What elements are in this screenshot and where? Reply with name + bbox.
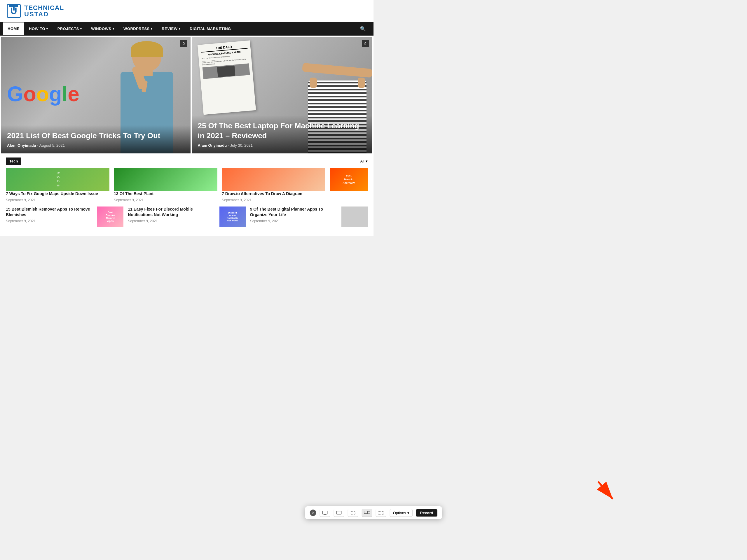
logo-text: TECHNICAL USTAD — [24, 5, 64, 18]
article-date-1: September 9, 2021 — [6, 198, 109, 202]
article-date-5: September 9, 2021 — [6, 219, 94, 223]
nav-digital-marketing[interactable]: DIGITAL MARKETING — [185, 23, 236, 35]
comment-badge-right: 9 — [362, 40, 369, 47]
hero-date-right: July 30, 2021 — [230, 143, 253, 148]
hero-card-right[interactable]: 9 THE DAILY MACHINE LEARNING LAPTOP BEST… — [192, 37, 372, 153]
all-chevron: ▾ — [366, 159, 368, 163]
hero-author-right: Afam Onyimadu — [198, 143, 227, 148]
nav-howto[interactable]: HOW TO ▾ — [24, 23, 53, 35]
article-thumb-1: FixGoUpIss — [6, 168, 109, 191]
article-date-7: September 9, 2021 — [250, 219, 338, 223]
article-card-4[interactable]: BestDraw.ioAlternativ — [330, 168, 368, 202]
nav-windows[interactable]: WINDOWS ▾ — [86, 23, 119, 35]
article-date-3: September 9, 2021 — [222, 198, 325, 202]
all-label: All — [360, 159, 364, 163]
newspaper-prop: THE DAILY MACHINE LEARNING LAPTOP BEST L… — [198, 41, 256, 115]
article-card-5[interactable]: 15 Best Blemish Remover Apps To Remove B… — [6, 207, 123, 229]
section-header: Tech All ▾ — [6, 158, 368, 165]
logo-line1: TECHNICAL — [24, 5, 64, 11]
article-thumb-5: BestBlemisiRemovApps — [97, 207, 123, 227]
hero-section: 0 Google — [1, 37, 372, 153]
nav-wordpress[interactable]: WORDPRESS ▾ — [119, 23, 157, 35]
hero-dash-left: - — [37, 143, 39, 148]
article-card-6[interactable]: 11 Easy Fixes For Discord Mobile Notific… — [128, 207, 246, 229]
hero-overlay-right: 25 Of The Best Laptop For Machine Learni… — [192, 115, 372, 153]
article-title-6: 11 Easy Fixes For Discord Mobile Notific… — [128, 207, 216, 218]
hero-title-left: 2021 List Of Best Google Tricks To Try O… — [7, 131, 185, 141]
nav-projects[interactable]: PROJECTS ▾ — [53, 23, 87, 35]
article-thumb-7 — [341, 207, 368, 227]
content-area: Tech All ▾ FixGoUpIss 7 Ways To Fix Goog… — [0, 155, 374, 236]
article-thumb-3 — [222, 168, 325, 191]
article-thumb-6: DiscordMobileNotificatioNot Worki — [220, 207, 246, 227]
search-icon[interactable]: 🔍 — [355, 22, 370, 35]
article-title-7: 9 Of The Best Digital Planner Apps To Or… — [250, 207, 338, 218]
hero-title-right: 25 Of The Best Laptop For Machine Learni… — [198, 121, 366, 141]
main-nav: HOME HOW TO ▾ PROJECTS ▾ WINDOWS ▾ WORDP… — [0, 22, 374, 35]
all-select[interactable]: All ▾ — [360, 159, 368, 163]
article-title-5: 15 Best Blemish Remover Apps To Remove B… — [6, 207, 94, 218]
article-thumb-2 — [114, 168, 217, 191]
article-thumb-4: BestDraw.ioAlternativ — [330, 168, 368, 191]
site-logo[interactable]: U TECHNICAL USTAD — [6, 3, 64, 19]
article-card-7[interactable]: 9 Of The Best Digital Planner Apps To Or… — [250, 207, 368, 229]
tech-badge: Tech — [6, 158, 21, 165]
article-title-1: 7 Ways To Fix Google Maps Upside Down Is… — [6, 191, 109, 197]
article-date-2: September 9, 2021 — [114, 198, 217, 202]
article-card-3[interactable]: 7 Draw.io Alternatives To Draw A Diagram… — [222, 168, 325, 202]
article-title-2: 13 Of The Best Plant — [114, 191, 217, 197]
hero-card-left[interactable]: 0 Google — [1, 37, 190, 153]
hero-dash-right: - — [228, 143, 230, 148]
article-card-2[interactable]: 13 Of The Best Plant September 9, 2021 — [114, 168, 217, 202]
articles-row-1: FixGoUpIss 7 Ways To Fix Google Maps Ups… — [6, 168, 368, 202]
logo-line2: USTAD — [24, 11, 64, 18]
article-date-6: September 9, 2021 — [128, 219, 216, 223]
articles-row-2: 15 Best Blemish Remover Apps To Remove B… — [6, 207, 368, 229]
site-header: U TECHNICAL USTAD — [0, 0, 374, 22]
nav-review[interactable]: REVIEW ▾ — [157, 23, 185, 35]
nav-home[interactable]: HOME — [3, 23, 24, 35]
comment-badge-left: 0 — [180, 40, 187, 47]
logo-icon: U — [6, 3, 22, 19]
hero-author-left: Afam Onyimadu — [7, 143, 36, 148]
hero-meta-left: Afam Onyimadu - August 5, 2021 — [7, 143, 185, 148]
hero-meta-right: Afam Onyimadu - July 30, 2021 — [198, 143, 366, 148]
hero-date-left: August 5, 2021 — [40, 143, 65, 148]
article-card-1[interactable]: FixGoUpIss 7 Ways To Fix Google Maps Ups… — [6, 168, 109, 202]
svg-rect-3 — [13, 5, 15, 10]
article-title-3: 7 Draw.io Alternatives To Draw A Diagram — [222, 191, 325, 197]
hero-overlay-left: 2021 List Of Best Google Tricks To Try O… — [1, 125, 190, 153]
